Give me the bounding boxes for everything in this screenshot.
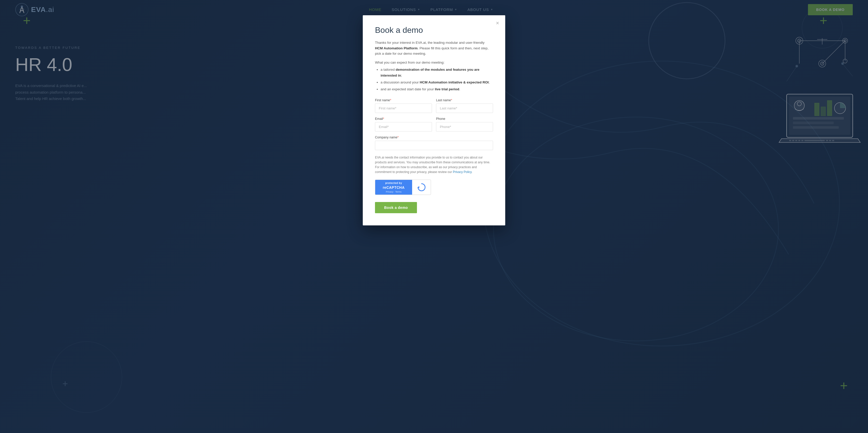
- recaptcha-protected-label: protected by: [385, 182, 402, 184]
- modal-overlay: × Book a demo Thanks for your interest i…: [0, 0, 868, 433]
- required-star: *: [383, 117, 384, 121]
- privacy-policy-link[interactable]: Privacy Policy: [453, 170, 472, 174]
- submit-button[interactable]: Book a demo: [375, 202, 417, 213]
- company-input[interactable]: [375, 141, 493, 150]
- book-demo-modal: × Book a demo Thanks for your interest i…: [363, 15, 505, 225]
- recaptcha-spinner: [417, 183, 426, 192]
- email-label: Email*: [375, 117, 432, 121]
- recaptcha-left-panel: protected by reCAPTCHA Privacy · Terms: [375, 180, 412, 195]
- modal-list-header: What you can expect from our demo meetin…: [375, 61, 493, 64]
- email-phone-row: Email* Phone: [375, 117, 493, 131]
- last-name-input[interactable]: [436, 103, 493, 113]
- modal-close-button[interactable]: ×: [496, 20, 499, 26]
- modal-intro-text: Thanks for your interest in EVA.ai, the …: [375, 40, 493, 57]
- recaptcha-widget[interactable]: protected by reCAPTCHA Privacy · Terms: [375, 180, 431, 195]
- list-item: and an expected start date for your live…: [380, 87, 493, 92]
- company-label: Company name*: [375, 135, 493, 139]
- recaptcha-brand-label: reCAPTCHA: [382, 185, 404, 189]
- recaptcha-links: Privacy · Terms: [386, 190, 401, 193]
- list-item: a tailored demonstration of the modules …: [380, 67, 493, 79]
- list-item: a discussion around your HCM Automation …: [380, 80, 493, 86]
- required-star: *: [390, 98, 391, 102]
- phone-label: Phone: [436, 117, 493, 121]
- email-group: Email*: [375, 117, 432, 131]
- modal-bullet-list: a tailored demonstration of the modules …: [375, 67, 493, 92]
- company-row: Company name*: [375, 135, 493, 150]
- first-name-group: First name*: [375, 98, 432, 113]
- first-name-input[interactable]: [375, 103, 432, 113]
- name-row: First name* Last name*: [375, 98, 493, 113]
- company-group: Company name*: [375, 135, 493, 150]
- email-input[interactable]: [375, 122, 432, 131]
- last-name-group: Last name*: [436, 98, 493, 113]
- first-name-label: First name*: [375, 98, 432, 102]
- required-star: *: [451, 98, 452, 102]
- modal-title: Book a demo: [375, 25, 493, 35]
- recaptcha-right-panel[interactable]: [412, 183, 431, 192]
- privacy-text: EVA.ai needs the contact information you…: [375, 155, 493, 175]
- phone-input[interactable]: [436, 122, 493, 131]
- last-name-label: Last name*: [436, 98, 493, 102]
- phone-group: Phone: [436, 117, 493, 131]
- required-star: *: [397, 135, 399, 139]
